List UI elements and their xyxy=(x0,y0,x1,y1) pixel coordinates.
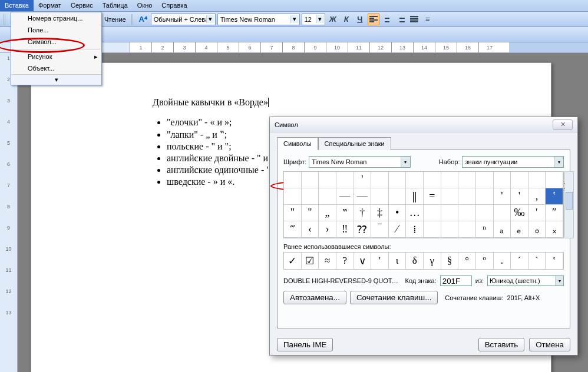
symbol-cell[interactable] xyxy=(424,205,441,221)
toolbar-grip[interactable] xyxy=(4,14,6,25)
align-left-button[interactable] xyxy=(368,14,379,25)
line-spacing-button[interactable]: ≡ xyxy=(422,14,434,25)
recent-symbol-cell[interactable]: γ xyxy=(424,253,441,269)
symbol-cell[interactable]: " xyxy=(302,205,319,221)
symbol-cell[interactable]: ' xyxy=(494,188,511,205)
symbol-cell[interactable] xyxy=(424,221,441,238)
chevron-down-icon[interactable]: ▾ xyxy=(206,15,214,23)
symbol-cell[interactable] xyxy=(494,172,511,188)
symbol-cell[interactable]: › xyxy=(319,221,336,238)
symbol-cell[interactable] xyxy=(476,205,494,221)
symbol-cell[interactable]: ‛ xyxy=(546,188,563,205)
symbol-cell[interactable] xyxy=(476,172,494,188)
symbol-cell[interactable] xyxy=(458,221,476,238)
symbol-cell[interactable] xyxy=(441,221,459,238)
recent-symbol-cell[interactable]: ` xyxy=(528,253,546,269)
recent-symbol-cell[interactable]: ° xyxy=(458,253,476,269)
symbol-cell[interactable]: ― xyxy=(354,188,372,205)
recent-symbol-cell[interactable]: ≈ xyxy=(319,253,336,269)
symbol-cell[interactable]: ' xyxy=(511,188,528,205)
charset-combo[interactable]: знаки пунктуации▾ xyxy=(462,156,564,168)
symbol-cell[interactable] xyxy=(302,188,319,205)
symbol-cell[interactable]: — xyxy=(336,188,354,205)
symbol-cell[interactable]: ‟ xyxy=(336,205,354,221)
menu-field[interactable]: Поле... xyxy=(11,24,101,36)
symbol-cell[interactable]: ‴ xyxy=(284,221,302,238)
recent-symbol-cell[interactable]: ‛ xyxy=(546,253,563,269)
recent-symbol-cell[interactable]: ☑ xyxy=(302,253,319,269)
symbol-cell[interactable] xyxy=(389,188,407,205)
symbol-cell[interactable] xyxy=(284,172,302,188)
symbol-cell[interactable] xyxy=(371,188,389,205)
recent-symbol-cell[interactable]: ? xyxy=(336,253,354,269)
recent-symbol-cell[interactable]: ✓ xyxy=(284,253,302,269)
symbol-cell[interactable] xyxy=(389,172,407,188)
menu-table[interactable]: Таблица xyxy=(98,0,133,11)
symbol-cell[interactable]: ⁞ xyxy=(406,221,424,238)
menu-symbol[interactable]: Символ... xyxy=(11,36,101,48)
symbol-cell[interactable] xyxy=(494,205,511,221)
recent-symbol-cell[interactable]: § xyxy=(441,253,459,269)
grid-scrollbar[interactable] xyxy=(564,171,574,238)
symbol-cell[interactable]: ‼ xyxy=(336,221,354,238)
italic-button[interactable]: К xyxy=(341,14,352,25)
recent-symbol-cell[interactable]: . xyxy=(494,253,511,269)
recent-symbol-cell[interactable]: ι xyxy=(389,253,407,269)
symbol-cell[interactable]: ' xyxy=(354,172,372,188)
symbol-cell[interactable]: ″ xyxy=(546,205,563,221)
symbol-cell[interactable] xyxy=(406,172,424,188)
symbol-cell[interactable] xyxy=(424,172,441,188)
symbol-cell[interactable] xyxy=(476,188,494,205)
encoding-combo[interactable]: Юникод (шестн.)▾ xyxy=(487,275,564,286)
menu-format[interactable]: Формат xyxy=(34,0,66,11)
symbol-cell[interactable] xyxy=(511,172,528,188)
recent-symbol-cell[interactable]: ´ xyxy=(511,253,528,269)
shortcut-button[interactable]: Сочетание клавиш... xyxy=(350,291,438,304)
ime-panel-button[interactable]: Панель IME xyxy=(277,338,333,351)
symbol-cell[interactable]: † xyxy=(354,205,372,221)
menu-object[interactable]: Объект... xyxy=(11,62,101,74)
symbol-cell[interactable] xyxy=(528,172,546,188)
recent-symbol-cell[interactable]: ′ xyxy=(371,253,389,269)
symbol-cell[interactable]: = xyxy=(424,188,441,205)
menu-page-numbers[interactable]: Номера страниц... xyxy=(11,12,101,24)
font-combo[interactable]: Times New Roman▾ xyxy=(217,14,300,25)
symbol-cell[interactable]: " xyxy=(284,205,302,221)
symbol-cell[interactable]: ₒ xyxy=(528,221,546,238)
recent-symbol-cell[interactable]: º xyxy=(476,253,494,269)
symbol-cell[interactable] xyxy=(458,172,476,188)
menu-insert[interactable]: Вставка xyxy=(0,0,34,11)
font-combo[interactable]: Times New Roman▾ xyxy=(309,156,411,168)
symbol-cell[interactable]: „ xyxy=(319,205,336,221)
reading-label[interactable]: Чтение xyxy=(104,16,126,23)
cancel-button[interactable]: Отмена xyxy=(529,338,570,351)
symbol-cell[interactable] xyxy=(336,172,354,188)
bold-button[interactable]: Ж xyxy=(327,14,339,25)
style-combo[interactable]: Обычный + Слева▾ xyxy=(151,14,216,25)
tab-symbols[interactable]: Символы xyxy=(277,137,318,150)
symbol-cell[interactable] xyxy=(458,205,476,221)
chevron-down-icon[interactable]: ▾ xyxy=(555,276,563,285)
symbol-cell[interactable]: ‚ xyxy=(528,188,546,205)
symbol-cell[interactable] xyxy=(441,205,459,221)
symbol-cell[interactable]: ⁿ xyxy=(476,221,494,238)
recent-symbol-cell[interactable]: δ xyxy=(406,253,424,269)
align-justify-button[interactable] xyxy=(408,14,420,25)
symbol-cell[interactable]: ‡ xyxy=(371,205,389,221)
autocorrect-button[interactable]: Автозамена... xyxy=(283,291,346,304)
symbol-cell[interactable] xyxy=(284,188,302,205)
underline-button[interactable]: Ч xyxy=(354,14,366,25)
symbol-cell[interactable] xyxy=(319,172,336,188)
dialog-titlebar[interactable]: Символ ✕ xyxy=(270,117,577,132)
insert-button[interactable]: Вставить xyxy=(478,338,525,351)
scrollbar-thumb[interactable] xyxy=(566,192,573,210)
symbol-cell[interactable]: ₓ xyxy=(546,221,563,238)
symbol-cell[interactable]: ‾ xyxy=(371,221,389,238)
recent-symbol-cell[interactable]: ∨ xyxy=(354,253,372,269)
symbol-cell[interactable]: ⁄ xyxy=(389,221,407,238)
symbol-cell[interactable] xyxy=(319,188,336,205)
symbol-cell[interactable]: ‖ xyxy=(406,188,424,205)
symbol-cell[interactable]: ⁇ xyxy=(354,221,372,238)
menu-help[interactable]: Справка xyxy=(157,0,191,11)
symbol-cell[interactable] xyxy=(371,172,389,188)
